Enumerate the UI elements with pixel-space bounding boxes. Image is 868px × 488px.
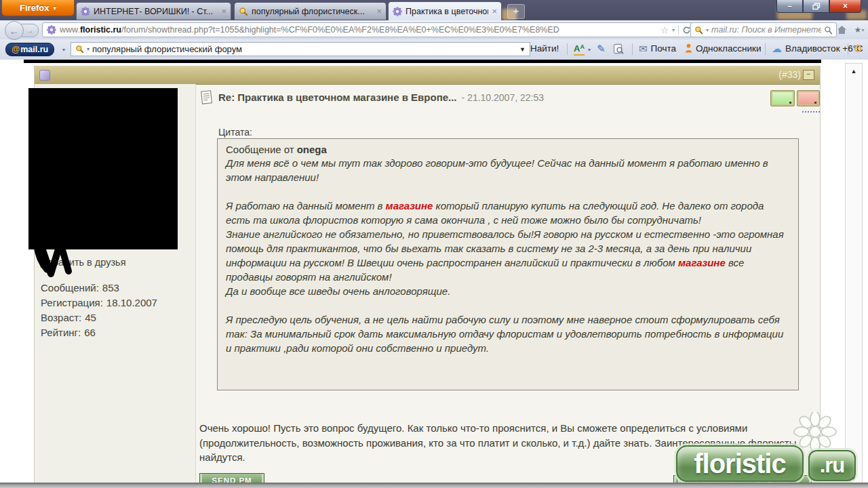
page-search-icon xyxy=(613,43,624,54)
post-header-bar: (#33) − xyxy=(35,66,820,85)
firefox-search-field[interactable]: ▾ mail.ru: Поиск в Интернете xyxy=(690,22,837,37)
scroll-up-icon[interactable]: ▲ xyxy=(846,68,862,75)
font-size-button[interactable]: AA ▾ xyxy=(574,43,591,56)
mailru-magnifier-icon xyxy=(694,26,703,35)
find-button-label: Найти! xyxy=(530,43,559,54)
toolbar-search-value: популярный флористический форум xyxy=(92,44,517,54)
close-icon[interactable]: × xyxy=(376,6,382,16)
stat-age: Возраст:45 xyxy=(41,310,157,325)
post-document-icon xyxy=(200,89,214,105)
toolbar-settings-button[interactable]: ⚙ xyxy=(853,43,863,54)
back-button[interactable]: ← xyxy=(5,21,24,40)
site-favicon-flower-icon xyxy=(47,25,56,35)
window-titlebar: Firefox ▾ ИНТЕРНЕТ- ВОРИШКИ! - Ст... × п… xyxy=(0,0,868,20)
daisy-flower-icon xyxy=(793,412,837,451)
navigation-toolbar: ← → www.floristic.ru/forum/showthread.ph… xyxy=(0,20,868,40)
tab-label: Практика в цветочном мага... xyxy=(406,7,488,16)
mailru-toolbar: @ mail.ru ▾ ▾ популярный флористический … xyxy=(0,39,868,60)
chevron-down-icon: ▾ xyxy=(861,27,864,33)
magnifier-icon xyxy=(75,45,84,54)
tab-internet-vorishki[interactable]: ИНТЕРНЕТ- ВОРИШКИ! - Ст... × xyxy=(76,2,231,20)
search-go-icon[interactable] xyxy=(824,26,833,35)
bookmarks-star-icon: ★ xyxy=(854,25,862,35)
tab-praktika-active[interactable]: Практика в цветочном мага... × xyxy=(388,1,502,20)
floristic-logo[interactable]: floristic xyxy=(676,445,804,482)
divider xyxy=(678,25,679,35)
close-icon[interactable]: × xyxy=(221,6,226,16)
tab-label: популярный флористическ... xyxy=(252,7,373,16)
collapse-post-button[interactable]: − xyxy=(803,70,814,80)
url-bar[interactable]: www.floristic.ru/forum/showthread.php?t=… xyxy=(42,22,696,37)
mailru-logo-label: mail.ru xyxy=(20,45,48,54)
at-icon: @ xyxy=(12,45,20,54)
weather-button[interactable]: ☁ Владивосток +6°C xyxy=(772,43,863,54)
find-on-page-button[interactable] xyxy=(613,43,624,54)
close-window-button[interactable]: × xyxy=(829,0,861,13)
highlighted-word: магазине xyxy=(386,200,433,211)
flower-icon xyxy=(81,7,90,16)
search-history-caret-icon[interactable]: ▼ xyxy=(519,46,526,53)
gear-icon: ⚙ xyxy=(853,43,863,54)
firefox-menu-label: Firefox xyxy=(20,3,49,13)
weather-label: Владивосток +6°C xyxy=(785,43,863,54)
find-button[interactable]: Найти! xyxy=(530,43,559,54)
new-tab-button[interactable]: + xyxy=(507,4,525,19)
bookmark-star-icon[interactable]: ☆ xyxy=(660,25,669,35)
highlighted-word: магазине xyxy=(678,257,726,268)
disapprove-post-button[interactable] xyxy=(797,90,820,106)
restore-icon xyxy=(812,3,821,10)
home-icon xyxy=(837,25,847,35)
highlighter-button[interactable]: ✎ xyxy=(597,43,606,54)
odnoklassniki-label: Одноклассники xyxy=(696,43,761,54)
mail-label: Почта xyxy=(651,43,677,54)
firefox-menu-button[interactable]: Firefox ▾ xyxy=(1,0,75,16)
chevron-down-icon[interactable]: ▾ xyxy=(62,47,65,53)
tab-floristic-search[interactable]: популярный флористическ... × xyxy=(234,2,387,20)
divider xyxy=(765,43,766,55)
chevron-down-icon: ▾ xyxy=(588,47,591,53)
window-controls: – × xyxy=(776,0,861,13)
user-stats: Сообщений:853 Регистрация:18.10.2007 Воз… xyxy=(41,281,157,340)
envelope-icon: ✉ xyxy=(639,43,648,54)
quote-author: onega xyxy=(297,144,327,155)
online-status-dots xyxy=(802,111,820,113)
quote-body: Для меня всё о чем мы тут так здорово го… xyxy=(226,156,790,355)
paragraph-gap xyxy=(226,184,790,199)
floristic-logo-tld[interactable]: .ru xyxy=(808,450,856,481)
post-number-link[interactable]: (#33) xyxy=(778,69,801,80)
page-scrollbar[interactable]: ▲ ▼ xyxy=(845,63,863,488)
home-button[interactable] xyxy=(833,22,850,37)
quote-origin: Сообщение отonega xyxy=(226,144,790,155)
divider xyxy=(848,43,848,55)
search-placeholder: mail.ru: Поиск в Интернете xyxy=(711,25,821,35)
divider xyxy=(567,43,568,55)
quote-paragraph: Я преследую цель обучения, а не цель най… xyxy=(226,312,790,355)
post-title: Re: Практика в цветочном магазине в Евро… xyxy=(218,92,457,103)
tab-label: ИНТЕРНЕТ- ВОРИШКИ! - Ст... xyxy=(94,7,218,16)
url-dropdown-icon[interactable]: ▾ xyxy=(672,27,675,33)
cloud-icon: ☁ xyxy=(772,43,782,54)
bottom-edge-bar xyxy=(0,483,868,488)
mail-button[interactable]: ✉ Почта xyxy=(639,43,676,54)
pencil-icon: ✎ xyxy=(597,43,606,54)
paragraph-gap xyxy=(226,298,790,312)
bookmarks-button[interactable]: ★ ▾ xyxy=(850,22,868,37)
toolbar-search-field[interactable]: ▾ популярный флористический форум ▼ xyxy=(71,42,530,56)
restore-button[interactable] xyxy=(803,0,829,13)
quote-label: Цитата: xyxy=(218,127,252,138)
censored-user-block xyxy=(24,83,190,286)
quote-paragraph: Да и вообще все шведы очень анлоговорящи… xyxy=(226,284,790,298)
close-icon[interactable]: × xyxy=(492,6,497,16)
chevron-down-icon: ▾ xyxy=(87,46,90,52)
odnoklassniki-button[interactable]: Одноклассники xyxy=(685,43,761,54)
font-size-icon: AA xyxy=(574,43,585,56)
mailru-logo-button[interactable]: @ mail.ru xyxy=(5,43,54,56)
post-status-icon xyxy=(39,70,50,81)
search-engine-dropdown-icon[interactable]: ▾ xyxy=(706,27,709,33)
approve-post-button[interactable] xyxy=(770,90,795,106)
censored-strip xyxy=(24,60,821,63)
minimize-button[interactable]: – xyxy=(776,0,803,13)
forum-page: (#33) − Добавить в друзья Сообщений:853 … xyxy=(0,60,868,488)
flower-icon xyxy=(393,7,402,16)
post-date: - 21.10.2007, 22:53 xyxy=(462,92,544,103)
